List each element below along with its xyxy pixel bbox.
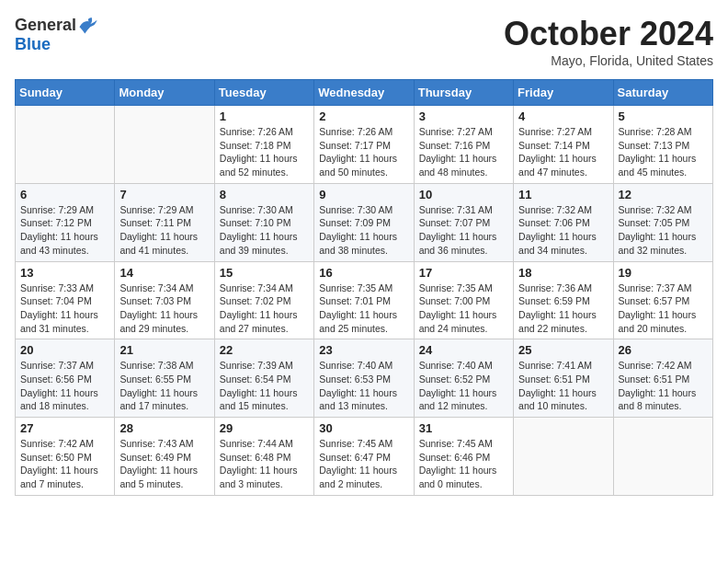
calendar-cell: 25Sunrise: 7:41 AMSunset: 6:51 PMDayligh…	[514, 339, 613, 418]
calendar-body: 1Sunrise: 7:26 AMSunset: 7:18 PMDaylight…	[16, 106, 713, 496]
day-info: Sunrise: 7:27 AMSunset: 7:14 PMDaylight:…	[518, 125, 608, 179]
page-header: General Blue October 2024 Mayo, Florida,…	[15, 15, 713, 68]
day-info: Sunrise: 7:32 AMSunset: 7:06 PMDaylight:…	[518, 203, 608, 258]
day-info: Sunrise: 7:44 AMSunset: 6:48 PMDaylight:…	[220, 437, 309, 491]
day-number: 4	[518, 109, 608, 123]
day-number: 1	[220, 109, 309, 123]
day-number: 9	[319, 188, 408, 201]
day-number: 2	[319, 109, 408, 123]
calendar-cell: 3Sunrise: 7:27 AMSunset: 7:16 PMDaylight…	[414, 106, 513, 184]
day-number: 24	[419, 343, 508, 357]
calendar-cell: 17Sunrise: 7:35 AMSunset: 7:00 PMDayligh…	[414, 261, 513, 339]
calendar-cell: 19Sunrise: 7:37 AMSunset: 6:57 PMDayligh…	[613, 261, 712, 339]
day-info: Sunrise: 7:32 AMSunset: 7:05 PMDaylight:…	[619, 203, 708, 258]
weekday-header-wednesday: Wednesday	[314, 80, 414, 106]
day-number: 26	[619, 343, 708, 357]
day-info: Sunrise: 7:30 AMSunset: 7:09 PMDaylight:…	[319, 203, 408, 258]
calendar-cell	[16, 106, 115, 184]
calendar-cell: 24Sunrise: 7:40 AMSunset: 6:52 PMDayligh…	[414, 339, 513, 418]
weekday-header-friday: Friday	[514, 80, 613, 106]
calendar-cell: 10Sunrise: 7:31 AMSunset: 7:07 PMDayligh…	[414, 183, 513, 261]
day-number: 22	[220, 343, 309, 357]
weekday-header-sunday: Sunday	[16, 80, 115, 106]
day-number: 13	[20, 266, 109, 280]
day-info: Sunrise: 7:30 AMSunset: 7:10 PMDaylight:…	[220, 203, 309, 258]
day-info: Sunrise: 7:45 AMSunset: 6:47 PMDaylight:…	[319, 437, 408, 491]
day-number: 20	[20, 343, 109, 357]
day-info: Sunrise: 7:41 AMSunset: 6:51 PMDaylight:…	[518, 359, 608, 413]
calendar-cell	[514, 418, 613, 496]
day-number: 18	[518, 266, 608, 280]
calendar-cell: 31Sunrise: 7:45 AMSunset: 6:46 PMDayligh…	[414, 418, 513, 496]
weekday-header-row: SundayMondayTuesdayWednesdayThursdayFrid…	[16, 80, 713, 106]
day-info: Sunrise: 7:31 AMSunset: 7:07 PMDaylight:…	[419, 203, 508, 258]
day-number: 25	[518, 343, 608, 357]
day-number: 19	[619, 266, 708, 280]
logo-bird-icon	[78, 15, 98, 35]
calendar-cell: 7Sunrise: 7:29 AMSunset: 7:11 PMDaylight…	[115, 183, 214, 261]
day-number: 12	[619, 188, 708, 201]
day-info: Sunrise: 7:26 AMSunset: 7:17 PMDaylight:…	[319, 125, 408, 179]
calendar-cell: 11Sunrise: 7:32 AMSunset: 7:06 PMDayligh…	[514, 183, 613, 261]
day-info: Sunrise: 7:37 AMSunset: 6:57 PMDaylight:…	[619, 282, 708, 336]
calendar-cell: 1Sunrise: 7:26 AMSunset: 7:18 PMDaylight…	[214, 106, 313, 184]
day-number: 17	[419, 266, 508, 280]
logo: General Blue	[15, 15, 98, 54]
day-number: 21	[119, 343, 209, 357]
day-info: Sunrise: 7:35 AMSunset: 7:01 PMDaylight:…	[319, 282, 408, 336]
calendar-cell: 30Sunrise: 7:45 AMSunset: 6:47 PMDayligh…	[314, 418, 414, 496]
day-number: 15	[220, 266, 309, 280]
day-number: 6	[20, 188, 109, 201]
calendar-cell: 9Sunrise: 7:30 AMSunset: 7:09 PMDaylight…	[314, 183, 414, 261]
calendar-week-row: 13Sunrise: 7:33 AMSunset: 7:04 PMDayligh…	[16, 261, 713, 339]
day-number: 23	[319, 343, 408, 357]
weekday-header-monday: Monday	[115, 80, 214, 106]
calendar-header: SundayMondayTuesdayWednesdayThursdayFrid…	[16, 80, 713, 106]
calendar-cell: 15Sunrise: 7:34 AMSunset: 7:02 PMDayligh…	[214, 261, 313, 339]
day-info: Sunrise: 7:42 AMSunset: 6:50 PMDaylight:…	[20, 437, 109, 491]
day-info: Sunrise: 7:42 AMSunset: 6:51 PMDaylight:…	[619, 359, 708, 413]
calendar-cell: 27Sunrise: 7:42 AMSunset: 6:50 PMDayligh…	[16, 418, 115, 496]
day-number: 16	[319, 266, 408, 280]
day-number: 31	[419, 421, 508, 435]
day-info: Sunrise: 7:38 AMSunset: 6:55 PMDaylight:…	[119, 359, 209, 413]
day-number: 5	[619, 109, 708, 123]
calendar-week-row: 20Sunrise: 7:37 AMSunset: 6:56 PMDayligh…	[16, 339, 713, 418]
day-number: 28	[119, 421, 209, 435]
day-number: 7	[119, 188, 209, 201]
title-area: October 2024 Mayo, Florida, United State…	[504, 15, 713, 68]
calendar-week-row: 1Sunrise: 7:26 AMSunset: 7:18 PMDaylight…	[16, 106, 713, 184]
day-info: Sunrise: 7:33 AMSunset: 7:04 PMDaylight:…	[20, 282, 109, 336]
weekday-header-saturday: Saturday	[613, 80, 712, 106]
day-info: Sunrise: 7:34 AMSunset: 7:03 PMDaylight:…	[119, 282, 209, 336]
weekday-header-thursday: Thursday	[414, 80, 513, 106]
day-info: Sunrise: 7:29 AMSunset: 7:11 PMDaylight:…	[119, 203, 209, 258]
day-number: 3	[419, 109, 508, 123]
calendar-cell: 23Sunrise: 7:40 AMSunset: 6:53 PMDayligh…	[314, 339, 414, 418]
calendar-cell: 14Sunrise: 7:34 AMSunset: 7:03 PMDayligh…	[115, 261, 214, 339]
calendar-cell: 12Sunrise: 7:32 AMSunset: 7:05 PMDayligh…	[613, 183, 712, 261]
month-title: October 2024	[504, 15, 713, 53]
calendar-cell: 2Sunrise: 7:26 AMSunset: 7:17 PMDaylight…	[314, 106, 414, 184]
day-number: 30	[319, 421, 408, 435]
day-info: Sunrise: 7:37 AMSunset: 6:56 PMDaylight:…	[20, 359, 109, 413]
calendar-cell: 18Sunrise: 7:36 AMSunset: 6:59 PMDayligh…	[514, 261, 613, 339]
day-number: 11	[518, 188, 608, 201]
calendar-week-row: 6Sunrise: 7:29 AMSunset: 7:12 PMDaylight…	[16, 183, 713, 261]
calendar-cell: 22Sunrise: 7:39 AMSunset: 6:54 PMDayligh…	[214, 339, 313, 418]
calendar-cell: 28Sunrise: 7:43 AMSunset: 6:49 PMDayligh…	[115, 418, 214, 496]
day-info: Sunrise: 7:36 AMSunset: 6:59 PMDaylight:…	[518, 282, 608, 336]
day-info: Sunrise: 7:40 AMSunset: 6:53 PMDaylight:…	[319, 359, 408, 413]
day-number: 29	[220, 421, 309, 435]
calendar-cell: 29Sunrise: 7:44 AMSunset: 6:48 PMDayligh…	[214, 418, 313, 496]
day-info: Sunrise: 7:35 AMSunset: 7:00 PMDaylight:…	[419, 282, 508, 336]
day-info: Sunrise: 7:45 AMSunset: 6:46 PMDaylight:…	[419, 437, 508, 491]
day-info: Sunrise: 7:34 AMSunset: 7:02 PMDaylight:…	[220, 282, 309, 336]
day-info: Sunrise: 7:29 AMSunset: 7:12 PMDaylight:…	[20, 203, 109, 258]
logo-blue-text: Blue	[15, 35, 51, 54]
day-info: Sunrise: 7:39 AMSunset: 6:54 PMDaylight:…	[220, 359, 309, 413]
day-info: Sunrise: 7:26 AMSunset: 7:18 PMDaylight:…	[220, 125, 309, 179]
calendar-cell: 4Sunrise: 7:27 AMSunset: 7:14 PMDaylight…	[514, 106, 613, 184]
calendar-cell	[613, 418, 712, 496]
calendar-cell: 8Sunrise: 7:30 AMSunset: 7:10 PMDaylight…	[214, 183, 313, 261]
